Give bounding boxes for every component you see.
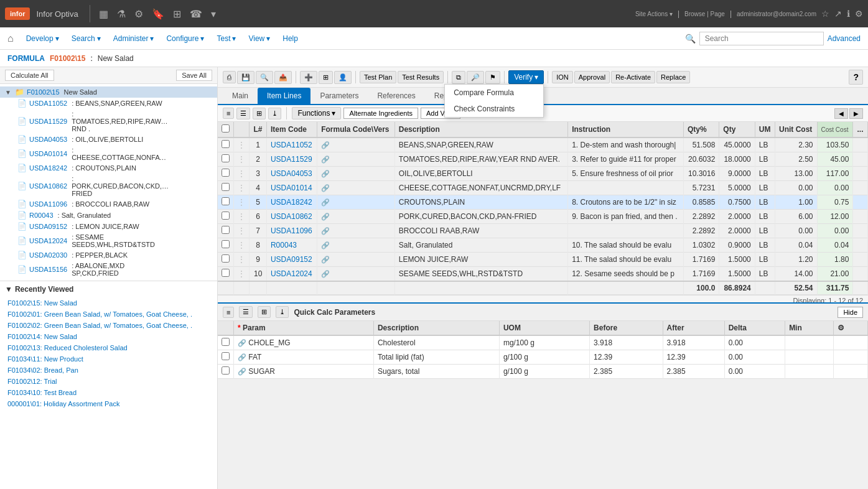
- ion-button[interactable]: ION: [552, 71, 573, 83]
- approval-button[interactable]: Approval: [574, 71, 610, 83]
- recently-viewed-header[interactable]: ▼ Recently Viewed: [0, 281, 217, 297]
- table-row[interactable]: ⋮ 10 USDA12024 🔗 SESAME SEEDS,WHL,RSTD&T…: [218, 267, 868, 282]
- sub-export-btn[interactable]: ⤓: [268, 108, 281, 119]
- recently-viewed-item[interactable]: F01002\01: Green Bean Salad, w/ Tomatoes…: [0, 309, 217, 320]
- reactivate-button[interactable]: Re-Activate: [611, 71, 655, 83]
- nav-help[interactable]: Help: [278, 30, 303, 47]
- tab-main[interactable]: Main: [223, 88, 258, 104]
- row-checkbox[interactable]: [222, 240, 230, 248]
- advanced-search-link[interactable]: Advanced: [828, 34, 861, 43]
- tree-child-item[interactable]: 📄 USDA01014 : CHEESE,COTTAGE,NONFAT,UNCR…: [12, 145, 217, 162]
- tree-child-item[interactable]: 📄 USDA10862 : PORK,CURED,BACON,CKD,PAN-F…: [12, 174, 217, 198]
- add-row-button[interactable]: ➕: [300, 71, 317, 84]
- qc-row-checkbox[interactable]: [222, 338, 230, 346]
- tree-child-item[interactable]: 📄 USDA09152 : LEMON JUICE,RAW: [12, 221, 217, 232]
- check-constraints-item[interactable]: Check Constraints: [445, 101, 543, 117]
- copy-button[interactable]: ⧉: [452, 71, 465, 84]
- recently-viewed-item[interactable]: F01002\13: Reduced Cholesterol Salad: [0, 342, 217, 353]
- bookmark-icon[interactable]: 🔖: [149, 6, 167, 22]
- recently-viewed-item[interactable]: F01002\15: New Salad: [0, 297, 217, 309]
- tree-child-item[interactable]: 📄 USDA11529 : TOMATOES,RED,RIPE,RAW,YEAR…: [12, 109, 217, 134]
- tree-child-item[interactable]: 📄 USDA12024 : SESAME SEEDS,WHL,RSTD&TSTD: [12, 232, 217, 249]
- table-row[interactable]: ⋮ 5 USDA18242 🔗 CROUTONS,PLAIN 8. Crouto…: [218, 195, 868, 210]
- table-row[interactable]: ⋮ 9 USDA09152 🔗 LEMON JUICE,RAW 11. The …: [218, 253, 868, 267]
- functions-button[interactable]: Functions ▾: [292, 107, 341, 119]
- qc-grid-btn[interactable]: ⊞: [258, 306, 271, 318]
- row-checkbox[interactable]: [222, 183, 230, 191]
- tab-item-lines[interactable]: Item Lines: [258, 88, 310, 104]
- hide-button[interactable]: Hide: [838, 307, 863, 318]
- nav-search[interactable]: Search▾: [67, 30, 106, 47]
- share-icon[interactable]: ↗: [834, 9, 842, 19]
- scroll-right-btn[interactable]: ▶: [849, 108, 863, 119]
- qc-row-checkbox[interactable]: [222, 366, 230, 375]
- nav-administer[interactable]: Administer▾: [108, 30, 159, 47]
- nav-test[interactable]: Test▾: [212, 30, 241, 47]
- row-checkbox[interactable]: [222, 154, 230, 162]
- calculate-all-button[interactable]: Calculate All: [5, 70, 54, 81]
- qc-export-btn[interactable]: ⤓: [276, 306, 289, 318]
- nav-view[interactable]: View▾: [243, 30, 275, 47]
- col-more[interactable]: ...: [853, 122, 868, 137]
- recently-viewed-item[interactable]: F01034\10: Test Bread: [0, 387, 217, 398]
- test-plan-button[interactable]: Test Plan: [360, 71, 396, 83]
- nav-develop[interactable]: Develop▾: [21, 30, 64, 47]
- find-button[interactable]: 🔍: [256, 71, 273, 84]
- replace-button[interactable]: Replace: [656, 71, 690, 83]
- tab-references[interactable]: References: [368, 88, 424, 104]
- alternate-ingredients-button[interactable]: Alternate Ingredients: [343, 108, 418, 119]
- row-checkbox[interactable]: [222, 169, 230, 177]
- table-row[interactable]: ⋮ 2 USDA11529 🔗 TOMATOES,RED,RIPE,RAW,YE…: [218, 152, 868, 167]
- tree-root-item[interactable]: ▼ 📁 F01002\15 New Salad: [0, 86, 217, 98]
- export-button[interactable]: 📤: [274, 71, 292, 84]
- save-all-button[interactable]: Save All: [176, 70, 212, 81]
- sub-list-btn[interactable]: ≡: [223, 108, 234, 119]
- row-checkbox[interactable]: [222, 269, 230, 277]
- row-checkbox[interactable]: [222, 140, 230, 148]
- row-checkbox[interactable]: [222, 212, 230, 220]
- table-row[interactable]: ⋮ 6 USDA10862 🔗 PORK,CURED,BACON,CKD,PAN…: [218, 210, 868, 224]
- table-row[interactable]: ⋮ 1 USDA11052 🔗 BEANS,SNAP,GREEN,RAW 1. …: [218, 137, 868, 152]
- scroll-left-btn[interactable]: ◀: [834, 108, 848, 119]
- recently-viewed-item[interactable]: F01002\14: New Salad: [0, 331, 217, 342]
- tree-child-item[interactable]: 📄 USDA18242 : CROUTONS,PLAIN: [12, 162, 217, 174]
- qc-row[interactable]: 🔗 FAT Total lipid (fat) g/100 g 12.39 12…: [218, 350, 868, 365]
- star-icon[interactable]: ☆: [821, 9, 829, 19]
- row-checkbox[interactable]: [222, 197, 230, 205]
- search-input[interactable]: [699, 32, 824, 45]
- qc-list2-btn[interactable]: ☰: [239, 306, 253, 318]
- cog-icon[interactable]: ⚙: [132, 6, 146, 22]
- flag-button[interactable]: ⚑: [485, 71, 500, 84]
- qc-row[interactable]: 🔗 CHOLE_MG Cholesterol mg/100 g 3.918 3.…: [218, 335, 868, 350]
- sub-grid-btn[interactable]: ⊞: [253, 108, 266, 119]
- table-row[interactable]: ⋮ 3 USDA04053 🔗 OIL,OLIVE,BERTOLLI 5. En…: [218, 167, 868, 181]
- save-button[interactable]: 💾: [237, 71, 254, 84]
- home-button[interactable]: ⌂: [7, 33, 14, 44]
- row-checkbox[interactable]: [222, 226, 230, 234]
- tree-child-item[interactable]: 📄 USDA15156 : ABALONE,MXD SP,CKD,FRIED: [12, 261, 217, 278]
- nav-configure[interactable]: Configure▾: [161, 30, 209, 47]
- qc-row[interactable]: 🔗 SUGAR Sugars, total g/100 g 2.385 2.38…: [218, 365, 868, 379]
- info-icon[interactable]: ℹ: [847, 9, 850, 19]
- qc-list-btn[interactable]: ≡: [223, 307, 234, 318]
- tree-child-item[interactable]: 📄 USDA02030 : PEPPER,BLACK: [12, 249, 217, 261]
- tree-child-item[interactable]: 📄 R00043 : Salt, Granulated: [12, 210, 217, 221]
- settings-icon[interactable]: ⚙: [855, 9, 863, 19]
- select-all-checkbox[interactable]: [222, 124, 230, 133]
- test-results-button[interactable]: Test Results: [398, 71, 444, 83]
- phone-icon[interactable]: ☎: [187, 6, 205, 22]
- table-row[interactable]: ⋮ 7 USDA11096 🔗 BROCCOLI RAAB,RAW 2.2892…: [218, 224, 868, 238]
- person-button[interactable]: 👤: [334, 71, 352, 84]
- table-row[interactable]: ⋮ 4 USDA01014 🔗 CHEESE,COTTAGE,NONFAT,UN…: [218, 181, 868, 195]
- recently-viewed-item[interactable]: F01034\02: Bread, Pan: [0, 365, 217, 376]
- help-button[interactable]: ?: [849, 70, 863, 85]
- tab-parameters[interactable]: Parameters: [310, 88, 368, 104]
- tree-child-item[interactable]: 📄 USDA11052 : BEANS,SNAP,GREEN,RAW: [12, 98, 217, 109]
- qc-row-checkbox[interactable]: [222, 352, 230, 360]
- recently-viewed-item[interactable]: F01034\11: New Product: [0, 353, 217, 365]
- print-button[interactable]: ⎙: [223, 71, 236, 83]
- recently-viewed-item[interactable]: 000001\01: Holiday Assortment Pack: [0, 398, 217, 409]
- row-checkbox[interactable]: [222, 254, 230, 263]
- flask-icon[interactable]: ⚗: [114, 6, 128, 22]
- sub-list2-btn[interactable]: ☰: [236, 108, 250, 119]
